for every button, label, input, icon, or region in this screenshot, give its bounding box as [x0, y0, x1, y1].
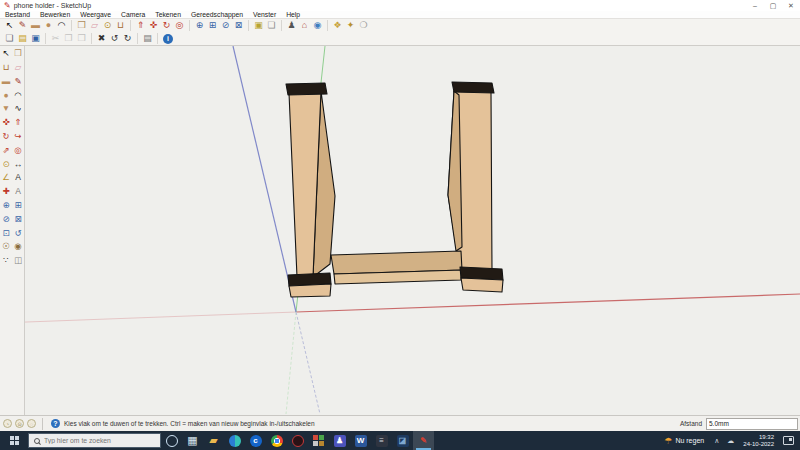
section-plane-icon[interactable]: ◫ [12, 254, 24, 267]
paint-bucket-icon[interactable]: ⊔ [0, 61, 12, 74]
tape-measure-icon[interactable]: ⊙ [101, 20, 114, 32]
redo-icon[interactable]: ↻ [121, 33, 134, 45]
look-around-icon[interactable]: ◉ [12, 240, 24, 253]
task-view-icon[interactable]: ▦ [182, 431, 203, 450]
geolocate-icon[interactable]: ◔ [3, 419, 12, 428]
edge-icon[interactable] [224, 431, 245, 450]
google-earth-icon[interactable]: ◉ [311, 20, 324, 32]
notepad-dark-icon[interactable]: ≡ [371, 431, 392, 450]
rotate-icon[interactable]: ↻ [0, 130, 12, 143]
help-tip-icon[interactable]: ? [51, 419, 60, 428]
red-ring-app-icon[interactable] [287, 431, 308, 450]
left-foot-front-face[interactable] [289, 284, 331, 297]
photo-textures-icon[interactable]: ❖ [331, 20, 344, 32]
maximize-button[interactable]: ▢ [764, 0, 782, 11]
cortana-icon[interactable] [161, 431, 182, 450]
rectangle-icon[interactable]: ▬ [29, 20, 42, 32]
circle-icon[interactable]: ● [0, 88, 12, 101]
axes-icon[interactable]: ✚ [0, 185, 12, 198]
extension-warehouse-icon[interactable]: ✦ [344, 20, 357, 32]
scale-icon[interactable]: ⇗ [0, 144, 12, 157]
model-info-icon[interactable]: i [163, 34, 173, 44]
rectangle-icon[interactable]: ▬ [0, 75, 12, 88]
model-status-icon[interactable]: ◌ [27, 419, 36, 428]
walk-icon[interactable]: ∵ [0, 254, 12, 267]
make-component-icon[interactable]: ❒ [12, 47, 24, 60]
zoom-icon[interactable]: ⊘ [219, 20, 232, 32]
line-icon[interactable]: ✎ [12, 75, 24, 88]
word-icon[interactable]: W [350, 431, 371, 450]
chrome-icon[interactable] [266, 431, 287, 450]
orbit-icon[interactable]: ⊕ [193, 20, 206, 32]
zoom-window-icon[interactable]: ⊠ [12, 213, 24, 226]
protractor-icon[interactable]: ∠ [0, 171, 12, 184]
menu-bewerken[interactable]: Bewerken [35, 11, 75, 19]
file-explorer-icon[interactable]: ▰ [203, 431, 224, 450]
close-button[interactable]: ✕ [782, 0, 800, 11]
tray-clock[interactable]: 19:32 24-10-2022 [738, 434, 779, 448]
sketchup-icon[interactable]: ✎ [413, 431, 434, 450]
rotate-icon[interactable]: ↻ [160, 20, 173, 32]
save-icon[interactable]: ▣ [29, 33, 42, 45]
menu-venster[interactable]: Venster [248, 11, 281, 19]
new-icon[interactable]: ❏ [3, 33, 16, 45]
pan-icon[interactable]: ⊞ [12, 199, 24, 212]
undo-icon[interactable]: ↺ [108, 33, 121, 45]
orbit-icon[interactable]: ⊕ [0, 199, 12, 212]
search-input[interactable] [44, 437, 149, 444]
menu-tekenen[interactable]: Tekenen [150, 11, 186, 19]
menu-weergave[interactable]: Weergave [75, 11, 116, 19]
pan-icon[interactable]: ⊞ [206, 20, 219, 32]
start-button[interactable] [0, 431, 28, 450]
minimize-button[interactable]: – [746, 0, 764, 11]
follow-me-icon[interactable]: ↪ [12, 130, 24, 143]
previous-view-icon[interactable]: ↺ [12, 226, 24, 239]
action-center-icon[interactable] [783, 436, 794, 445]
position-camera-icon[interactable]: ☉ [0, 240, 12, 253]
freehand-icon[interactable]: ∿ [12, 102, 24, 115]
zoom-icon[interactable]: ⊘ [0, 213, 12, 226]
move-icon[interactable]: ✜ [0, 116, 12, 129]
print-icon[interactable]: ▤ [141, 33, 154, 45]
push-pull-icon[interactable]: ⇑ [12, 116, 24, 129]
select-icon[interactable]: ↖ [0, 47, 12, 60]
measurement-input[interactable] [706, 418, 798, 430]
help-center-icon[interactable]: ❍ [357, 20, 370, 32]
toggle-terrain-icon[interactable]: ❏ [265, 20, 278, 32]
tray-chevron-icon[interactable]: ∧ [710, 437, 723, 445]
onedrive-cloud-icon[interactable]: ☁ [723, 437, 738, 445]
c-app-icon[interactable]: c [245, 431, 266, 450]
menu-help[interactable]: Help [281, 11, 305, 19]
zoom-extents-icon[interactable]: ⊠ [232, 20, 245, 32]
erase-icon[interactable]: ✖ [95, 33, 108, 45]
arc-icon[interactable]: ◠ [12, 88, 24, 101]
arc-icon[interactable]: ◠ [55, 20, 68, 32]
move-icon[interactable]: ✜ [147, 20, 160, 32]
circle-icon[interactable]: ● [42, 20, 55, 32]
menu-camera[interactable]: Camera [116, 11, 150, 19]
offset-icon[interactable]: ◎ [173, 20, 186, 32]
3d-warehouse-icon[interactable]: ⌂ [298, 20, 311, 32]
right-foot-front-face[interactable] [461, 278, 503, 292]
right-upright-top-cap[interactable] [452, 82, 494, 93]
movies-tv-icon[interactable]: ◪ [392, 431, 413, 450]
tape-measure-icon[interactable]: ⊙ [0, 157, 12, 170]
left-upright-top-cap[interactable] [286, 83, 327, 95]
add-location-icon[interactable]: ▣ [252, 20, 265, 32]
menu-bestand[interactable]: Bestand [0, 11, 35, 19]
push-pull-icon[interactable]: ⇑ [134, 20, 147, 32]
dimension-icon[interactable]: ↔ [12, 157, 24, 170]
polygon-icon[interactable]: ▼ [0, 102, 12, 115]
line-icon[interactable]: ✎ [16, 20, 29, 32]
taskbar-search[interactable] [28, 433, 161, 448]
weather-widget[interactable]: ☂ Nu regen [658, 436, 710, 446]
menu-gereedschappen[interactable]: Gereedschappen [186, 11, 248, 19]
scale-figure-icon[interactable]: ♟ [285, 20, 298, 32]
right-upright-side-face[interactable] [448, 91, 462, 251]
eraser-icon[interactable]: ▱ [88, 20, 101, 32]
colored-window-app-icon[interactable] [308, 431, 329, 450]
paint-bucket-icon[interactable]: ⊔ [114, 20, 127, 32]
3d-text-icon[interactable]: A [12, 185, 24, 198]
open-icon[interactable]: ▤ [16, 33, 29, 45]
phone-holder-model[interactable] [286, 82, 503, 297]
